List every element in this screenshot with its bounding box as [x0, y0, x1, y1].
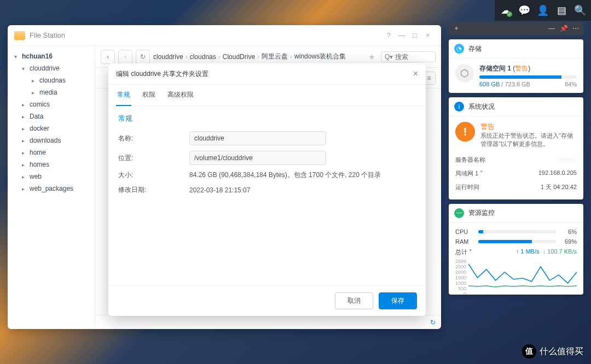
- maximize-button[interactable]: □: [408, 29, 421, 42]
- refresh-icon[interactable]: ↻: [430, 319, 436, 326]
- add-widget-icon[interactable]: +: [452, 24, 461, 33]
- edit-share-dialog: 编辑 clouddrive 共享文件夹设置 × 常规 权限 高级权限 常规 名称…: [108, 63, 426, 316]
- info-icon: i: [454, 102, 464, 111]
- crumb[interactable]: cloudnas: [190, 53, 216, 61]
- status-desc: 系统正处于警告状态。请进入"存储管理器"以了解更多信息。: [480, 132, 577, 149]
- tree-node[interactable]: ▾clouddrive: [8, 62, 95, 74]
- refresh-button[interactable]: ↻: [136, 50, 150, 64]
- location-label: 位置:: [118, 154, 189, 163]
- widget-title: 资源监控: [468, 208, 495, 218]
- user-icon[interactable]: 👤: [534, 2, 552, 19]
- status-title: 警告: [480, 122, 577, 132]
- watermark-badge: 值: [522, 344, 536, 359]
- widget-toolbar: + — 📌 ⋯: [449, 22, 583, 35]
- widget-panel: + — 📌 ⋯ ◔ 存储 ⬡ 存储空间 1 (警告) 608 GB / 723.…: [449, 22, 583, 295]
- widget-title: 系统状况: [468, 102, 495, 111]
- dialog-title: 编辑 clouddrive 共享文件夹设置: [116, 69, 413, 79]
- network-chart: 2999 2500 2000 1500 1000 500 0: [455, 259, 577, 289]
- warning-icon: !: [455, 122, 475, 142]
- volume-icon: ⬡: [455, 64, 474, 83]
- tree-node[interactable]: ▸Data: [8, 110, 95, 122]
- tree-node[interactable]: ▸web_packages: [8, 183, 95, 195]
- window-title: File Station: [30, 31, 382, 39]
- section-title: 常规: [118, 114, 416, 124]
- cloud-icon[interactable]: ☁: [497, 2, 514, 19]
- location-input[interactable]: [189, 151, 326, 165]
- widget-title: 存储: [468, 44, 482, 54]
- titlebar: File Station ? — □ ×: [8, 25, 441, 46]
- total-dropdown[interactable]: 总计 ˅: [455, 248, 472, 256]
- storage-widget: ◔ 存储 ⬡ 存储空间 1 (警告) 608 GB / 723.8 GB 84%: [449, 39, 583, 93]
- tree-node[interactable]: ▸homes: [8, 158, 95, 171]
- search-input[interactable]: [395, 53, 428, 61]
- crumb[interactable]: clouddrive: [153, 53, 183, 61]
- tree-node[interactable]: ▸home: [8, 146, 95, 158]
- volume-name: 存储空间 1 (警告): [479, 64, 577, 73]
- pin-icon[interactable]: 📌: [559, 24, 568, 33]
- tree-node[interactable]: ▸comics: [8, 98, 95, 110]
- watermark: 值 什么值得买: [522, 344, 583, 359]
- crumb[interactable]: windows装机合集: [294, 52, 346, 61]
- monitor-icon: 〰: [454, 208, 464, 218]
- folder-tree: ▾hchuan16 ▾clouddrive ▸cloudnas ▸media ▸…: [8, 46, 95, 329]
- cpu-bar: [478, 230, 556, 233]
- modified-value: 2022-03-18 21:15:07: [189, 186, 250, 194]
- search-box[interactable]: Q▾: [381, 51, 436, 62]
- chat-icon[interactable]: 💬: [515, 2, 533, 19]
- cancel-button[interactable]: 取消: [335, 292, 373, 309]
- more-icon[interactable]: ⋯: [571, 24, 580, 33]
- tree-node[interactable]: ▸downloads: [8, 134, 95, 146]
- dashboard-icon[interactable]: ▤: [553, 2, 570, 19]
- minimize-icon[interactable]: —: [547, 24, 556, 33]
- tree-node[interactable]: ▸docker: [8, 122, 95, 134]
- name-label: 名称:: [118, 134, 189, 143]
- tree-node[interactable]: ▸cloudnas: [8, 74, 95, 86]
- tab-general[interactable]: 常规: [116, 85, 131, 106]
- close-icon[interactable]: ×: [413, 69, 418, 79]
- close-button[interactable]: ×: [421, 29, 434, 42]
- tab-advanced[interactable]: 高级权限: [166, 85, 195, 105]
- nav-back-button[interactable]: ‹: [101, 50, 115, 64]
- tab-permissions[interactable]: 权限: [141, 85, 157, 105]
- search-icon: Q▾: [385, 53, 393, 61]
- ram-bar: [478, 240, 556, 243]
- folder-icon: [14, 31, 25, 40]
- tree-node[interactable]: ▸media: [8, 86, 95, 98]
- breadcrumb: clouddrive› cloudnas› CloudDrive› 阿里云盘› …: [153, 52, 363, 61]
- storage-icon: ◔: [454, 44, 464, 54]
- size-value: 84.26 GB (90,468,384,184 Bytes)。包含 1700 …: [189, 171, 381, 180]
- modified-label: 修改日期:: [118, 185, 189, 195]
- minimize-button[interactable]: —: [395, 29, 408, 42]
- size-label: 大小:: [118, 171, 189, 180]
- name-input[interactable]: [189, 131, 326, 145]
- crumb[interactable]: 阿里云盘: [262, 52, 288, 61]
- favorite-icon[interactable]: ★: [368, 52, 375, 61]
- help-button[interactable]: ?: [382, 29, 395, 42]
- tree-node[interactable]: ▸web: [8, 171, 95, 183]
- storage-percent: 84%: [565, 81, 577, 87]
- search-icon[interactable]: 🔍: [571, 2, 589, 19]
- dialog-tabs: 常规 权限 高级权限: [108, 85, 426, 106]
- system-status-widget: i 系统状况 ! 警告 系统正处于警告状态。请进入"存储管理器"以了解更多信息。…: [449, 97, 583, 199]
- system-taskbar: ☁ 💬 👤 ▤ 🔍: [495, 0, 591, 21]
- storage-progress: [479, 75, 577, 79]
- tree-root[interactable]: ▾hchuan16: [8, 50, 95, 62]
- status-bar: ↻: [95, 315, 441, 329]
- crumb[interactable]: CloudDrive: [223, 53, 255, 61]
- save-button[interactable]: 保存: [379, 292, 417, 309]
- nav-forward-button[interactable]: ›: [118, 50, 132, 64]
- resource-monitor-widget: 〰 资源监控 CPU 6% RAM 69% 总计 ˅ ↑ 1 MB/s ↓ 10…: [449, 204, 583, 295]
